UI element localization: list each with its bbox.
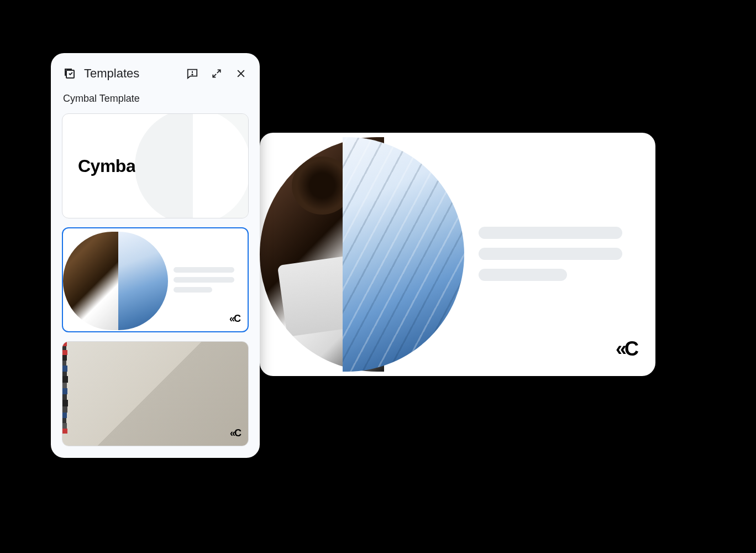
panel-actions bbox=[186, 67, 248, 80]
thumb-photo-building bbox=[118, 232, 168, 330]
person-dot bbox=[62, 413, 67, 418]
thumbnail-content: ‹‹C bbox=[62, 342, 248, 446]
cymbal-wordmark: Cymbal bbox=[78, 156, 140, 176]
person-dot bbox=[62, 383, 67, 388]
person-dot bbox=[62, 423, 67, 429]
person-dot bbox=[62, 400, 68, 406]
feedback-icon[interactable] bbox=[186, 67, 199, 80]
panel-header: Templates bbox=[62, 64, 249, 83]
thumb-photo-left bbox=[63, 232, 118, 330]
person-dot bbox=[62, 406, 67, 413]
person-dot bbox=[62, 366, 67, 372]
expand-icon[interactable] bbox=[210, 67, 223, 80]
close-icon[interactable] bbox=[234, 67, 248, 80]
placeholder-line bbox=[479, 227, 622, 239]
person-dot bbox=[62, 355, 67, 361]
cymbal-logo-mark: ‹‹C bbox=[229, 313, 240, 325]
person-dot bbox=[62, 372, 67, 376]
placeholder-line bbox=[174, 287, 212, 293]
person-dot bbox=[62, 376, 68, 383]
templates-icon bbox=[63, 67, 76, 80]
thumbnail-content: ‹‹C bbox=[63, 228, 248, 331]
template-thumbnail-photo-split[interactable]: ‹‹C bbox=[62, 227, 249, 332]
template-thumbnail-title[interactable]: Cymbal bbox=[62, 113, 249, 218]
placeholder-line bbox=[174, 277, 234, 283]
cymbal-logo-mark: ‹‹C bbox=[616, 337, 637, 361]
slide-preview: ‹‹C bbox=[260, 133, 655, 376]
person-dot bbox=[62, 429, 67, 434]
thumb-text-placeholder bbox=[174, 267, 234, 297]
panel-title: Templates bbox=[84, 66, 178, 81]
person-dot bbox=[62, 342, 67, 346]
person-dot bbox=[62, 394, 67, 400]
cymbal-shape-decoration bbox=[132, 113, 249, 218]
templates-panel: Templates C bbox=[51, 53, 260, 458]
placeholder-line bbox=[479, 248, 622, 260]
placeholder-line bbox=[479, 269, 567, 281]
template-group-title: Cymbal Template bbox=[62, 93, 249, 105]
preview-text-placeholder bbox=[479, 227, 622, 290]
person-dot bbox=[62, 388, 67, 394]
placeholder-line bbox=[174, 267, 234, 273]
person-dot bbox=[62, 418, 66, 423]
person-dot bbox=[62, 361, 66, 366]
cymbal-logo-mark: ‹‹C bbox=[230, 427, 240, 439]
preview-photo-building bbox=[343, 137, 464, 372]
person-dot bbox=[62, 350, 67, 355]
person-dot bbox=[62, 346, 66, 350]
svg-point-2 bbox=[192, 74, 192, 75]
template-thumbnail-aerial[interactable]: ‹‹C bbox=[62, 341, 249, 446]
